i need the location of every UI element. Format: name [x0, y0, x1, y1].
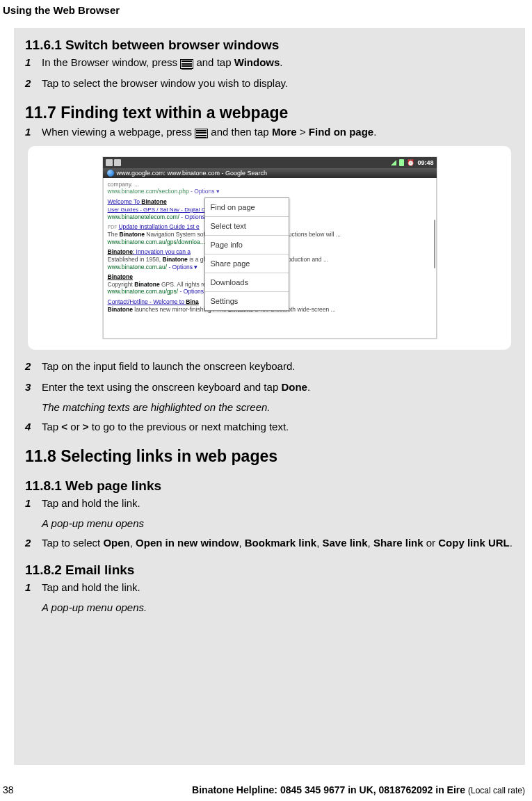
content-area: 11.6.1 Switch between browser windows 1 … — [14, 28, 525, 765]
globe-icon — [107, 170, 114, 177]
battery-icon — [399, 159, 404, 166]
heading-11-6-1: 11.6.1 Switch between browser windows — [25, 38, 514, 53]
text: Enter the text using the onscreen keyboa… — [42, 381, 281, 393]
step-text: In the Browser window, press and tap Win… — [42, 56, 514, 70]
text: . — [373, 126, 376, 138]
bold-share-link: Share link — [373, 537, 424, 549]
text: Established in 1958, — [108, 256, 163, 263]
menu-item-downloads[interactable]: Downloads — [205, 273, 289, 292]
result-11-7-3: The matching texts are highlighted on th… — [42, 401, 514, 413]
text-bold: Binatone — [162, 256, 187, 263]
text-bold: Binatone — [134, 281, 159, 288]
footer: 38 Binatone Helpline: 0845 345 9677 in U… — [0, 784, 532, 795]
options-link: - Options ▾ — [189, 188, 220, 195]
page-header: Using the Web Browser — [3, 4, 120, 16]
text: , — [239, 537, 244, 549]
step-text: Tap < or > to go to the previous or next… — [42, 420, 514, 434]
step-number: 2 — [25, 536, 42, 550]
heading-11-8-2: 11.8.2 Email links — [25, 563, 514, 578]
text: . — [307, 381, 310, 393]
heading-11-7: 11.7 Finding text within a webpage — [25, 104, 514, 122]
menu-icon — [180, 59, 193, 69]
helpline-local: (Local call rate) — [468, 786, 525, 795]
status-bar: ⏰ 09:48 — [103, 157, 437, 168]
text: Tap — [42, 421, 61, 432]
menu-item-share-page[interactable]: Share page — [205, 254, 289, 273]
status-notif-icon — [106, 159, 113, 166]
text-bold: Binatone — [108, 306, 133, 313]
bold-find-on-page: Find on page — [309, 126, 373, 138]
bold-more: More — [272, 126, 297, 138]
step-11-7-3: 3 Enter the text using the onscreen keyb… — [25, 380, 514, 394]
step-text: When viewing a webpage, press and then t… — [42, 125, 514, 139]
step-number: 2 — [25, 359, 42, 373]
step-text: Tap and hold the link. — [42, 581, 514, 594]
title-text: www.google.com: www.binatone.com - Googl… — [117, 170, 268, 177]
browser-title-bar: www.google.com: www.binatone.com - Googl… — [103, 168, 437, 178]
helpline: Binatone Helpline: 0845 345 9677 in UK, … — [192, 784, 525, 795]
step-11-7-2: 2 Tap on the input field to launch the o… — [25, 359, 514, 373]
result-link: : Innovation you can a — [133, 248, 191, 255]
step-text: Tap and hold the link. — [42, 496, 514, 510]
step-number: 2 — [25, 76, 42, 90]
signal-icon — [391, 160, 396, 165]
text: . — [280, 56, 282, 68]
result-url: www.binatone.com.au/gps/downloa... - — [108, 238, 209, 245]
heading-11-8-1: 11.8.1 Web page links — [25, 478, 514, 494]
sub-link: User Guides - GPS / Sat Nav - Digital Co… — [108, 207, 211, 213]
result-url: www.binatonetelecom.com/ — [108, 213, 179, 220]
page-number: 38 — [3, 784, 14, 795]
bold-done: Done — [281, 381, 307, 393]
scrollbar[interactable] — [434, 220, 435, 268]
text: or — [67, 421, 83, 432]
bold-lt: < — [61, 421, 67, 432]
bold-windows: Windows — [234, 56, 280, 68]
text: to go to the previous or next matching t… — [89, 421, 289, 432]
step-text: Tap on the input field to launch the ons… — [42, 359, 514, 373]
bold-save-link: Save link — [322, 537, 367, 549]
step-text: Tap to select the browser window you wis… — [42, 76, 514, 90]
text-bold: Binatone — [120, 231, 145, 238]
text: Tap to select — [42, 537, 103, 549]
status-notif-icon — [114, 159, 121, 166]
menu-item-page-info[interactable]: Page info — [205, 236, 289, 254]
menu-item-find-on-page[interactable]: Find on page — [205, 198, 289, 217]
step-number: 1 — [25, 581, 42, 594]
result-11-8-1-1: A pop-up menu opens — [42, 517, 514, 529]
result-link: Welcome To — [108, 198, 142, 205]
text: > — [297, 126, 309, 138]
text: or — [424, 537, 439, 549]
browser-viewport: company. ... www.binatone.com/section.ph… — [103, 178, 437, 339]
text: , — [368, 537, 373, 549]
result-link-bold: Binatone — [108, 273, 133, 280]
step-11-8-1-2: 2 Tap to select Open, Open in new window… — [25, 536, 514, 550]
bold-gt: > — [83, 421, 89, 432]
result-link: Update Installation Guide 1st e — [118, 223, 199, 230]
context-menu: Find on page Select text Page info Share… — [204, 197, 289, 311]
step-text: Tap to select Open, Open in new window, … — [42, 536, 514, 550]
result-11-8-2-1: A pop-up menu opens. — [42, 601, 514, 613]
step-number: 1 — [25, 125, 42, 139]
pdf-badge: PDF — [108, 225, 119, 229]
text: When viewing a webpage, press — [42, 126, 195, 138]
step-number: 3 — [25, 380, 42, 394]
step-11-7-1: 1 When viewing a webpage, press and then… — [25, 125, 514, 139]
result-link-bold: Binatone — [141, 198, 166, 205]
heading-11-8: 11.8 Selecting links in web pages — [25, 447, 514, 466]
status-time: 09:48 — [417, 159, 433, 166]
step-number: 4 — [25, 420, 42, 434]
result-url: www.binatone.com/section.php — [108, 188, 189, 195]
menu-item-select-text[interactable]: Select text — [205, 217, 289, 236]
result-url: www.binatone.com.au/ — [108, 264, 168, 270]
menu-item-settings[interactable]: Settings — [205, 292, 289, 310]
bold-open-new-window: Open in new window — [136, 537, 239, 549]
bold-open: Open — [103, 537, 129, 549]
text: . — [510, 537, 513, 549]
screenshot-container: ⏰ 09:48 www.google.com: www.binatone.com… — [28, 146, 511, 350]
menu-icon — [195, 129, 208, 138]
result-link-bold: Bina — [186, 298, 198, 305]
text: Copyright — [108, 281, 135, 288]
result-link: Contact/Hotline - Welcome to — [108, 298, 186, 305]
text: company. ... — [108, 181, 140, 188]
step-11-7-4: 4 Tap < or > to go to the previous or ne… — [25, 420, 514, 434]
